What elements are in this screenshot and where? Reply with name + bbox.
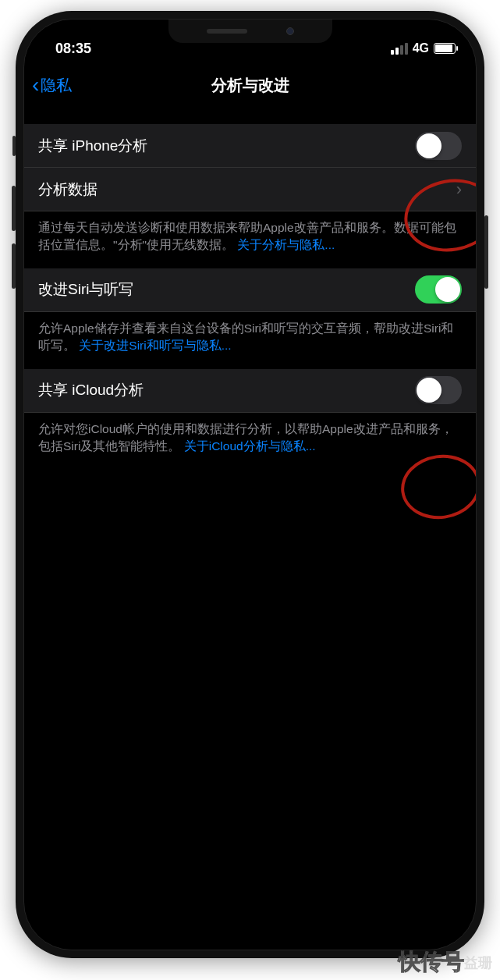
group-footer: 允许Apple储存并查看来自这台设备的Siri和听写的交互音频，帮助改进Siri… xyxy=(24,312,476,355)
group-footer: 允许对您iCloud帐户的使用和数据进行分析，以帮助Apple改进产品和服务，包… xyxy=(24,413,476,456)
link-about-siri-privacy[interactable]: 关于改进Siri和听写与隐私... xyxy=(79,339,231,352)
row-label: 共享 iCloud分析 xyxy=(38,380,144,400)
page-title: 分析与改进 xyxy=(24,75,476,96)
link-about-analytics-privacy[interactable]: 关于分析与隐私... xyxy=(237,238,335,251)
screen: 08:35 4G ‹ 隐私 分析与改进 共享 iPhone分析 xyxy=(23,19,477,950)
speaker-grille xyxy=(207,29,247,34)
back-button[interactable]: ‹ 隐私 xyxy=(32,74,72,96)
content: 共享 iPhone分析 分析数据 › 通过每天自动发送诊断和使用数据来帮助App… xyxy=(24,107,476,456)
battery-icon xyxy=(434,43,456,54)
nav-bar: ‹ 隐私 分析与改进 xyxy=(24,63,476,107)
watermark-main: 快传号 xyxy=(399,947,464,977)
power-button xyxy=(484,215,488,289)
toggle-share-iphone-analytics[interactable] xyxy=(415,132,462,160)
group-footer: 通过每天自动发送诊断和使用数据来帮助Apple改善产品和服务。数据可能包括位置信… xyxy=(24,211,476,254)
mute-switch xyxy=(12,136,16,156)
signal-icon xyxy=(391,43,408,55)
network-label: 4G xyxy=(413,41,429,55)
status-right: 4G xyxy=(391,41,456,55)
row-label: 共享 iPhone分析 xyxy=(38,136,147,156)
group-share-icloud: 共享 iCloud分析 允许对您iCloud帐户的使用和数据进行分析，以帮助Ap… xyxy=(24,369,476,456)
group-improve-siri: 改进Siri与听写 允许Apple储存并查看来自这台设备的Siri和听写的交互音… xyxy=(24,268,476,355)
chevron-left-icon: ‹ xyxy=(32,74,39,96)
front-camera xyxy=(286,27,294,35)
row-analytics-data[interactable]: 分析数据 › xyxy=(24,168,476,211)
toggle-improve-siri-dictation[interactable] xyxy=(415,275,462,304)
link-about-icloud-privacy[interactable]: 关于iCloud分析与隐私... xyxy=(184,439,316,453)
annotation-circle-2 xyxy=(397,449,477,524)
row-share-icloud-analytics[interactable]: 共享 iCloud分析 xyxy=(24,369,476,413)
volume-down-button xyxy=(12,243,16,289)
phone-frame: 08:35 4G ‹ 隐私 分析与改进 共享 iPhone分析 xyxy=(16,11,484,958)
notch xyxy=(168,20,332,43)
volume-up-button xyxy=(12,186,16,231)
row-label: 分析数据 xyxy=(38,179,98,200)
group-share-iphone: 共享 iPhone分析 分析数据 › 通过每天自动发送诊断和使用数据来帮助App… xyxy=(24,124,476,254)
back-label: 隐私 xyxy=(41,75,72,96)
row-improve-siri-dictation[interactable]: 改进Siri与听写 xyxy=(24,268,476,312)
toggle-share-icloud-analytics[interactable] xyxy=(415,376,462,404)
chevron-right-icon: › xyxy=(456,179,462,200)
watermark-sub: 益珊 xyxy=(464,953,492,972)
status-time: 08:35 xyxy=(55,41,91,57)
row-share-iphone-analytics[interactable]: 共享 iPhone分析 xyxy=(24,124,476,168)
row-label: 改进Siri与听写 xyxy=(38,279,133,300)
